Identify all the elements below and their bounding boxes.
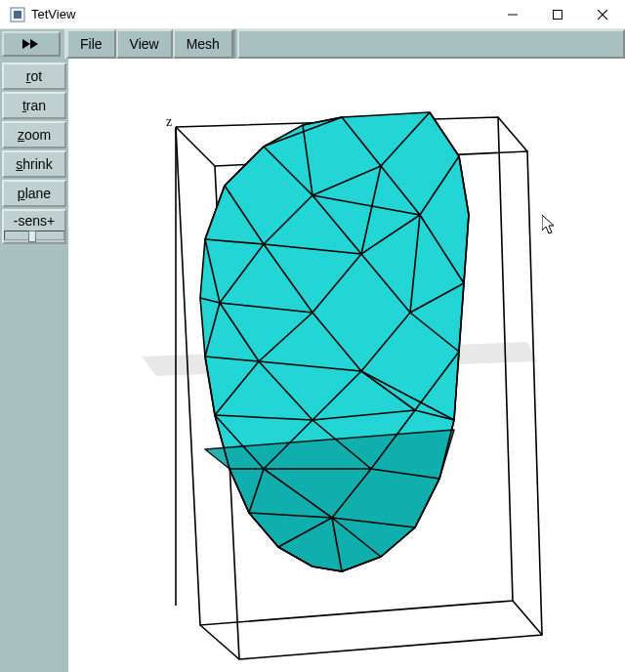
sensitivity-slider[interactable] xyxy=(4,231,64,240)
menu-file[interactable]: File xyxy=(66,29,116,59)
app-icon xyxy=(10,7,25,22)
plane-button[interactable]: plane xyxy=(2,180,66,207)
tran-button[interactable]: tran xyxy=(2,92,66,119)
menu-mesh[interactable]: Mesh xyxy=(173,29,233,59)
menubar: File View Mesh xyxy=(64,29,235,59)
menubar-row: File View Mesh xyxy=(0,29,625,59)
fast-forward-icon xyxy=(21,37,42,51)
mesh-render xyxy=(68,59,625,672)
svg-marker-14 xyxy=(205,430,454,571)
zoom-button[interactable]: zoom xyxy=(2,121,66,148)
minimize-button[interactable] xyxy=(490,0,535,28)
sensitivity-thumb[interactable] xyxy=(28,231,36,242)
sidebar: rot tran zoom shrink plane -sens+ xyxy=(0,59,68,672)
menu-mesh-label: Mesh xyxy=(187,36,220,52)
menu-file-label: File xyxy=(80,36,103,52)
window-controls xyxy=(490,0,625,28)
svg-marker-7 xyxy=(30,39,38,49)
close-button[interactable] xyxy=(580,0,625,28)
svg-line-11 xyxy=(200,625,239,659)
svg-line-9 xyxy=(498,117,527,151)
window-title: TetView xyxy=(31,7,490,21)
svg-marker-6 xyxy=(22,39,30,49)
svg-line-8 xyxy=(176,127,215,166)
menubar-filler xyxy=(237,29,625,59)
maximize-button[interactable] xyxy=(535,0,580,28)
main-area: rot tran zoom shrink plane -sens+ z xyxy=(0,59,625,672)
svg-line-10 xyxy=(513,601,542,635)
svg-rect-3 xyxy=(554,10,562,19)
viewport[interactable]: z xyxy=(68,59,625,672)
rot-button[interactable]: rot xyxy=(2,63,66,90)
svg-rect-1 xyxy=(14,11,21,19)
menu-view-label: View xyxy=(130,36,159,52)
menu-view[interactable]: View xyxy=(116,29,173,59)
titlebar: TetView xyxy=(0,0,625,29)
fast-forward-button[interactable] xyxy=(2,31,61,57)
sensitivity-label: -sens+ xyxy=(2,209,66,244)
mesh-body xyxy=(200,112,469,571)
shrink-button[interactable]: shrink xyxy=(2,150,66,178)
